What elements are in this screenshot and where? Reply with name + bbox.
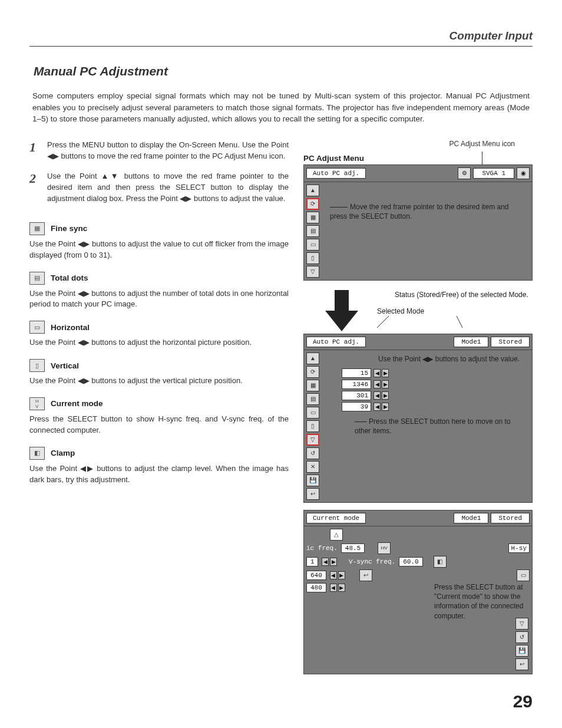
callout-1-text: Move the red frame pointer to the desire…	[330, 203, 508, 220]
bar2-mode: Mode1	[454, 337, 488, 347]
panel1-icons: ▲ ⟳ ▦ ▤ ▭ ▯ ▽	[304, 182, 322, 280]
svg-line-2	[454, 316, 462, 328]
value-row-horizontal: 301 ◀▶	[325, 391, 528, 400]
step-text: Press the MENU button to display the On-…	[47, 140, 289, 162]
fine-sync-menu-icon: ▦	[306, 380, 319, 391]
vertical-icon: ▯	[29, 359, 45, 372]
bar3-label: Current mode	[306, 513, 366, 523]
menu-panel-3: Current mode Mode1 Stored △ ic freq. 48.…	[303, 510, 533, 674]
adjust-arrows: ◀▶	[373, 369, 389, 377]
adjust-arrows: ◀▶	[330, 584, 345, 592]
pc-adjust-icon: ⚙	[458, 167, 471, 179]
step-text: Use the Point ▲▼ buttons to move the red…	[47, 171, 289, 205]
h-sync-label-right: H-sy	[508, 543, 530, 553]
page-number: 29	[513, 691, 533, 711]
leader-line	[482, 151, 482, 164]
bar1-label: Auto PC adj.	[306, 168, 366, 179]
bar3-status: Stored	[491, 513, 530, 523]
panel1-bar: Auto PC adj. ⚙ SVGA 1 ◉	[304, 165, 532, 182]
bar2-label: Auto PC adj.	[306, 337, 366, 347]
menu-panel-1: Auto PC adj. ⚙ SVGA 1 ◉ ▲ ⟳ ▦ ▤ ▭ ▯ ▽	[303, 164, 533, 281]
value-row-vertical: 39 ◀▶	[325, 402, 528, 411]
scroll-down-icon: ▽	[306, 266, 319, 278]
total-dots-menu-icon: ▤	[306, 225, 319, 237]
right-column: PC Adjust Menu PC Adjust Menu icon Auto …	[303, 140, 533, 681]
svg-marker-0	[325, 290, 358, 331]
adjust-note: Use the Point ◀▶ buttons to adjust the v…	[378, 354, 528, 364]
quit-icon: ↩	[306, 488, 319, 500]
item-current-mode: HV Current mode Press the SELECT button …	[29, 397, 289, 436]
item-horizontal: ▭ Horizontal Use the Point ◀▶ buttons to…	[29, 321, 289, 348]
value-row-total-dots: 1346 ◀▶	[325, 380, 528, 389]
scroll-note: Press the SELECT button here to move on …	[355, 417, 528, 436]
item-clamp: ◧ Clamp Use the Point ◀▶ buttons to adju…	[29, 447, 289, 486]
horizontal-icon: ▭	[29, 321, 45, 334]
bar3-mode: Mode1	[454, 513, 488, 523]
adjust-arrows: ◀▶	[373, 391, 389, 400]
h-freq-label-left: ic freq.	[306, 545, 338, 552]
auto-pc-icon: ⟳	[306, 366, 319, 378]
vertical-value: 39	[342, 402, 371, 411]
item-body: Use the Point ◀▶ buttons to adjust the v…	[29, 375, 289, 387]
horizontal-menu-icon: ▭	[306, 407, 319, 419]
value-row-fine-sync: 15 ◀▶	[325, 368, 528, 378]
quit-icon: ↩	[515, 658, 528, 670]
p3-row-4: 640 ◀▶ ↩ ▭	[306, 569, 530, 581]
adjust-arrows: ◀▶	[373, 403, 389, 411]
intro-paragraph: Some computers employ special signal for…	[32, 90, 530, 125]
row3-value: 1	[306, 557, 318, 566]
bar1-mode: SVGA 1	[473, 168, 514, 179]
item-body: Press the SELECT button to show H-sync f…	[29, 414, 289, 436]
reset-icon: ↺	[515, 631, 528, 643]
item-fine-sync: ▦ Fine sync Use the Point ◀▶ buttons to …	[29, 222, 289, 261]
menu-panel-2: Auto PC adj. Mode1 Stored ▲ ⟳ ▦ ▤ ▭ ▯ ▽ …	[303, 334, 533, 503]
clamp-menu-icon: ◧	[434, 556, 447, 568]
scroll-down-icon: ▽	[306, 434, 319, 446]
menu-icon-note: PC Adjust Menu icon	[449, 140, 515, 148]
total-dots-icon: ▤	[29, 272, 45, 285]
auto-pc-icon: ⟳	[306, 198, 319, 210]
quit-icon: ↩	[359, 569, 372, 581]
item-title: Clamp	[51, 449, 75, 457]
item-vertical: ▯ Vertical Use the Point ◀▶ buttons to a…	[29, 359, 289, 387]
panel2-bar: Auto PC adj. Mode1 Stored	[304, 334, 532, 350]
scroll-note-text: Press the SELECT button here to move on …	[355, 417, 511, 435]
total-dots-menu-icon: ▤	[306, 393, 319, 405]
horizontal-value: 301	[342, 391, 371, 400]
scroll-up-icon: ▲	[306, 185, 319, 196]
header-rule	[29, 46, 533, 47]
pc-adjust-menu-label: PC Adjust Menu	[303, 154, 364, 163]
current-mode-icon: HV	[29, 397, 45, 410]
panel3-bar: Current mode Mode1 Stored	[304, 510, 532, 526]
item-body: Use the Point ◀▶ buttons to adjust the v…	[29, 239, 289, 261]
step-2: 2 Use the Point ▲▼ buttons to move the r…	[29, 171, 289, 205]
adjust-arrows: ◀▶	[330, 571, 345, 579]
panel2-icons: ▲ ⟳ ▦ ▤ ▭ ▯ ▽ ↺ ✕ 💾 ↩	[304, 350, 322, 502]
step-number: 2	[29, 171, 40, 205]
h-freq-value: 48.5	[341, 543, 365, 553]
item-title: Vertical	[51, 361, 79, 370]
section-header: Computer Input	[29, 29, 533, 46]
selected-mode-note: Selected Mode	[377, 307, 530, 316]
p3-row-vsync: 1 ◀▶ V-sync freq. 60.0 ◧	[306, 556, 530, 568]
item-title: Fine sync	[51, 224, 87, 233]
adjust-arrows: ◀▶	[373, 380, 389, 388]
item-title: Current mode	[51, 399, 103, 408]
bar2-status: Stored	[491, 337, 530, 347]
fine-sync-icon: ▦	[29, 222, 45, 235]
p3-side-icons: ▽ ↺ 💾 ↩	[515, 618, 528, 670]
v-freq-label: V-sync freq.	[349, 558, 395, 565]
fine-sync-menu-icon: ▦	[306, 212, 319, 223]
input-icon: ◉	[517, 167, 530, 179]
item-body: Use the Point ◀▶ buttons to adjust the c…	[29, 463, 289, 486]
p3-caption: Press the SELECT button at "Current mode…	[434, 582, 528, 621]
scroll-up-icon: △	[330, 529, 343, 541]
total-dots-value: 1346	[342, 380, 371, 389]
scroll-down-icon: ▽	[515, 618, 528, 630]
step-number: 1	[29, 140, 40, 162]
horizontal-menu-icon: ▭	[306, 239, 319, 251]
item-title: Horizontal	[51, 323, 90, 332]
free-icon: ✕	[306, 461, 319, 473]
p3-row-hsync: ic freq. 48.5 HV H-sy	[306, 542, 530, 554]
clamp-icon: ◧	[29, 447, 45, 460]
